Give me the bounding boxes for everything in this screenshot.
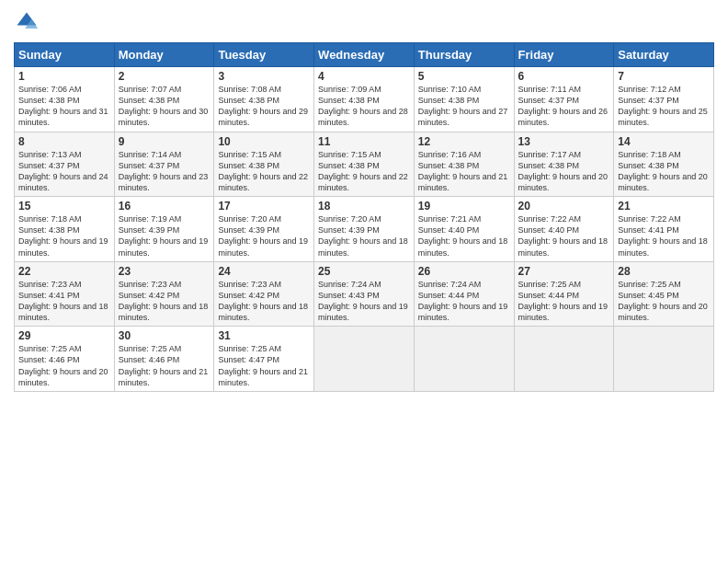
sunset-label: Sunset: 4:38 PM <box>119 96 180 105</box>
header-thursday: Thursday <box>414 43 514 67</box>
day-number: 2 <box>119 70 210 83</box>
day-info: Sunrise: 7:20 AM Sunset: 4:39 PM Dayligh… <box>318 213 410 259</box>
calendar-week-2: 8 Sunrise: 7:13 AM Sunset: 4:37 PM Dayli… <box>15 132 714 197</box>
day-info: Sunrise: 7:25 AM Sunset: 4:47 PM Dayligh… <box>218 343 310 388</box>
day-info: Sunrise: 7:23 AM Sunset: 4:41 PM Dayligh… <box>18 279 110 324</box>
day-number: 7 <box>618 70 710 83</box>
day-info: Sunrise: 7:18 AM Sunset: 4:38 PM Dayligh… <box>618 149 710 194</box>
day-number: 24 <box>218 265 310 278</box>
sunset-label: Sunset: 4:41 PM <box>618 225 679 235</box>
daylight-label: Daylight: 9 hours and 19 minutes. <box>119 236 209 257</box>
sunset-label: Sunset: 4:39 PM <box>119 225 180 235</box>
day-info: Sunrise: 7:20 AM Sunset: 4:39 PM Dayligh… <box>218 213 310 259</box>
calendar-cell: 13 Sunrise: 7:17 AM Sunset: 4:38 PM Dayl… <box>514 132 614 197</box>
day-number: 23 <box>119 265 210 278</box>
day-info: Sunrise: 7:15 AM Sunset: 4:38 PM Dayligh… <box>318 149 410 194</box>
header-monday: Monday <box>114 43 214 67</box>
day-number: 19 <box>418 200 510 213</box>
sunset-label: Sunset: 4:42 PM <box>218 291 279 300</box>
header-sunday: Sunday <box>15 43 115 67</box>
daylight-label: Daylight: 9 hours and 19 minutes. <box>418 302 508 322</box>
calendar-cell: 9 Sunrise: 7:14 AM Sunset: 4:37 PM Dayli… <box>114 132 214 197</box>
day-number: 30 <box>119 329 210 342</box>
sunrise-label: Sunrise: 7:10 AM <box>418 85 482 94</box>
sunrise-label: Sunrise: 7:25 AM <box>618 280 681 289</box>
day-info: Sunrise: 7:13 AM Sunset: 4:37 PM Dayligh… <box>18 149 110 194</box>
sunrise-label: Sunrise: 7:25 AM <box>18 344 82 353</box>
calendar-cell <box>514 327 614 392</box>
sunrise-label: Sunrise: 7:19 AM <box>119 214 182 224</box>
daylight-label: Daylight: 9 hours and 19 minutes. <box>518 302 609 322</box>
day-number: 10 <box>218 135 310 148</box>
day-info: Sunrise: 7:16 AM Sunset: 4:38 PM Dayligh… <box>418 149 510 194</box>
calendar-cell <box>314 327 415 392</box>
calendar-cell: 2 Sunrise: 7:07 AM Sunset: 4:38 PM Dayli… <box>114 67 214 132</box>
calendar-cell: 5 Sunrise: 7:10 AM Sunset: 4:38 PM Dayli… <box>414 67 514 132</box>
header-tuesday: Tuesday <box>214 43 314 67</box>
day-number: 11 <box>318 135 410 148</box>
daylight-label: Daylight: 9 hours and 18 minutes. <box>618 236 708 257</box>
sunrise-label: Sunrise: 7:25 AM <box>119 344 182 353</box>
sunset-label: Sunset: 4:38 PM <box>318 161 380 170</box>
logo <box>14 9 43 35</box>
sunrise-label: Sunrise: 7:18 AM <box>18 214 82 224</box>
calendar-cell: 29 Sunrise: 7:25 AM Sunset: 4:46 PM Dayl… <box>15 327 115 392</box>
sunrise-label: Sunrise: 7:23 AM <box>119 280 182 289</box>
calendar-cell: 23 Sunrise: 7:23 AM Sunset: 4:42 PM Dayl… <box>114 261 214 327</box>
daylight-label: Daylight: 9 hours and 18 minutes. <box>318 236 408 257</box>
sunset-label: Sunset: 4:37 PM <box>618 96 679 105</box>
daylight-label: Daylight: 9 hours and 29 minutes. <box>218 107 308 127</box>
calendar-cell: 6 Sunrise: 7:11 AM Sunset: 4:37 PM Dayli… <box>514 67 614 132</box>
day-number: 18 <box>318 200 410 213</box>
day-number: 6 <box>518 70 610 83</box>
calendar-cell: 21 Sunrise: 7:22 AM Sunset: 4:41 PM Dayl… <box>614 197 714 262</box>
calendar-week-4: 22 Sunrise: 7:23 AM Sunset: 4:41 PM Dayl… <box>15 261 714 327</box>
sunset-label: Sunset: 4:45 PM <box>618 291 679 300</box>
header-wednesday: Wednesday <box>314 43 415 67</box>
day-info: Sunrise: 7:24 AM Sunset: 4:44 PM Dayligh… <box>418 279 510 324</box>
sunset-label: Sunset: 4:40 PM <box>518 225 580 235</box>
sunrise-label: Sunrise: 7:18 AM <box>618 150 681 159</box>
day-info: Sunrise: 7:23 AM Sunset: 4:42 PM Dayligh… <box>218 279 310 324</box>
sunrise-label: Sunrise: 7:16 AM <box>418 150 482 159</box>
sunset-label: Sunset: 4:41 PM <box>18 291 80 300</box>
sunrise-label: Sunrise: 7:23 AM <box>18 280 82 289</box>
sunset-label: Sunset: 4:38 PM <box>518 161 580 170</box>
logo-icon <box>14 9 40 35</box>
sunset-label: Sunset: 4:42 PM <box>119 291 180 300</box>
calendar-cell: 12 Sunrise: 7:16 AM Sunset: 4:38 PM Dayl… <box>414 132 514 197</box>
daylight-label: Daylight: 9 hours and 28 minutes. <box>318 107 408 127</box>
sunrise-label: Sunrise: 7:20 AM <box>218 214 281 224</box>
daylight-label: Daylight: 9 hours and 31 minutes. <box>18 107 108 127</box>
calendar-cell: 28 Sunrise: 7:25 AM Sunset: 4:45 PM Dayl… <box>614 261 714 327</box>
day-number: 1 <box>18 70 110 83</box>
sunrise-label: Sunrise: 7:25 AM <box>518 280 582 289</box>
day-number: 26 <box>418 265 510 278</box>
calendar-week-1: 1 Sunrise: 7:06 AM Sunset: 4:38 PM Dayli… <box>15 67 714 132</box>
sunset-label: Sunset: 4:40 PM <box>418 225 480 235</box>
daylight-label: Daylight: 9 hours and 19 minutes. <box>318 302 408 322</box>
day-number: 17 <box>218 200 310 213</box>
sunrise-label: Sunrise: 7:20 AM <box>318 214 381 224</box>
sunrise-label: Sunrise: 7:09 AM <box>318 85 381 94</box>
day-info: Sunrise: 7:25 AM Sunset: 4:44 PM Dayligh… <box>518 279 610 324</box>
calendar-cell: 31 Sunrise: 7:25 AM Sunset: 4:47 PM Dayl… <box>214 327 314 392</box>
calendar-week-3: 15 Sunrise: 7:18 AM Sunset: 4:38 PM Dayl… <box>15 197 714 262</box>
day-number: 25 <box>318 265 410 278</box>
calendar-cell: 10 Sunrise: 7:15 AM Sunset: 4:38 PM Dayl… <box>214 132 314 197</box>
day-number: 4 <box>318 70 410 83</box>
daylight-label: Daylight: 9 hours and 24 minutes. <box>18 172 108 192</box>
calendar-table: SundayMondayTuesdayWednesdayThursdayFrid… <box>14 42 714 392</box>
sunrise-label: Sunrise: 7:24 AM <box>418 280 482 289</box>
daylight-label: Daylight: 9 hours and 19 minutes. <box>18 236 108 257</box>
day-number: 13 <box>518 135 610 148</box>
sunset-label: Sunset: 4:39 PM <box>218 225 279 235</box>
day-number: 20 <box>518 200 610 213</box>
day-info: Sunrise: 7:25 AM Sunset: 4:46 PM Dayligh… <box>119 343 210 388</box>
day-info: Sunrise: 7:25 AM Sunset: 4:45 PM Dayligh… <box>618 279 710 324</box>
sunrise-label: Sunrise: 7:23 AM <box>218 280 281 289</box>
calendar-cell: 16 Sunrise: 7:19 AM Sunset: 4:39 PM Dayl… <box>114 197 214 262</box>
sunset-label: Sunset: 4:38 PM <box>218 96 279 105</box>
sunset-label: Sunset: 4:38 PM <box>218 161 279 170</box>
day-number: 3 <box>218 70 310 83</box>
